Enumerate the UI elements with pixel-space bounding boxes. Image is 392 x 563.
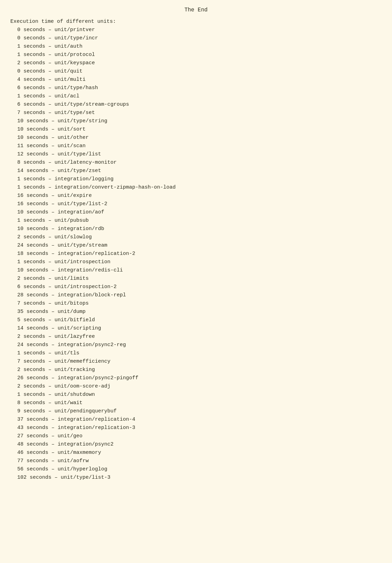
list-item: 10 seconds – unit/other bbox=[17, 134, 382, 142]
list-item: 16 seconds – unit/type/list-2 bbox=[17, 200, 382, 208]
list-item: 9 seconds – unit/pendingquerybuf bbox=[17, 407, 382, 416]
list-item: 14 seconds – unit/type/zset bbox=[17, 167, 382, 175]
list-item: 11 seconds – unit/scan bbox=[17, 142, 382, 150]
list-item: 26 seconds – integration/psync2-pingoff bbox=[17, 374, 382, 382]
list-item: 46 seconds – unit/maxmemory bbox=[17, 449, 382, 457]
list-item: 1 seconds – integration/logging bbox=[17, 175, 382, 183]
list-item: 12 seconds – unit/type/list bbox=[17, 150, 382, 159]
list-item: 0 seconds – unit/quit bbox=[17, 67, 382, 76]
list-item: 37 seconds – integration/replication-4 bbox=[17, 416, 382, 424]
list-item: 48 seconds – integration/psync2 bbox=[17, 440, 382, 449]
list-item: 7 seconds – unit/bitops bbox=[17, 299, 382, 308]
list-item: 77 seconds – unit/aofrw bbox=[17, 457, 382, 465]
list-item: 2 seconds – unit/keyspace bbox=[17, 59, 382, 67]
list-item: 7 seconds – unit/type/set bbox=[17, 109, 382, 117]
list-item: 1 seconds – unit/pubsub bbox=[17, 217, 382, 225]
list-item: 2 seconds – unit/tracking bbox=[17, 366, 382, 374]
list-item: 6 seconds – unit/type/hash bbox=[17, 84, 382, 92]
list-item: 16 seconds – unit/expire bbox=[17, 192, 382, 200]
list-item: 5 seconds – unit/bitfield bbox=[17, 316, 382, 324]
list-item: 14 seconds – unit/scripting bbox=[17, 324, 382, 333]
list-item: 43 seconds – integration/replication-3 bbox=[17, 424, 382, 432]
list-item: 18 seconds – integration/replication-2 bbox=[17, 250, 382, 258]
page-title: The End bbox=[10, 7, 382, 13]
list-item: 10 seconds – integration/redis-cli bbox=[17, 266, 382, 275]
list-item: 6 seconds – unit/type/stream-cgroups bbox=[17, 101, 382, 109]
list-item: 6 seconds – unit/introspection-2 bbox=[17, 283, 382, 291]
list-item: 2 seconds – unit/limits bbox=[17, 275, 382, 283]
list-item: 10 seconds – integration/aof bbox=[17, 208, 382, 217]
list-item: 4 seconds – unit/multi bbox=[17, 76, 382, 84]
list-item: 24 seconds – unit/type/stream bbox=[17, 241, 382, 250]
list-item: 2 seconds – unit/slowlog bbox=[17, 233, 382, 241]
list-item: 1 seconds – unit/auth bbox=[17, 42, 382, 51]
list-item: 35 seconds – unit/dump bbox=[17, 308, 382, 316]
list-item: 10 seconds – unit/sort bbox=[17, 125, 382, 134]
list-item: 0 seconds – unit/printver bbox=[17, 26, 382, 34]
list-item: 2 seconds – unit/lazyfree bbox=[17, 333, 382, 341]
unit-list: 0 seconds – unit/printver0 seconds – uni… bbox=[10, 26, 382, 482]
list-item: 1 seconds – unit/protocol bbox=[17, 51, 382, 59]
list-item: 1 seconds – unit/tls bbox=[17, 349, 382, 357]
list-item: 7 seconds – unit/memefficiency bbox=[17, 357, 382, 366]
list-item: 8 seconds – unit/latency-monitor bbox=[17, 159, 382, 167]
list-item: 10 seconds – unit/type/string bbox=[17, 117, 382, 125]
execution-header: Execution time of different units: bbox=[10, 19, 382, 25]
list-item: 10 seconds – integration/rdb bbox=[17, 225, 382, 233]
list-item: 1 seconds – integration/convert-zipmap-h… bbox=[17, 183, 382, 192]
list-item: 1 seconds – unit/shutdown bbox=[17, 391, 382, 399]
list-item: 1 seconds – unit/introspection bbox=[17, 258, 382, 266]
list-item: 28 seconds – integration/block-repl bbox=[17, 291, 382, 299]
list-item: 56 seconds – unit/hyperloglog bbox=[17, 465, 382, 474]
list-item: 27 seconds – unit/geo bbox=[17, 432, 382, 440]
list-item: 2 seconds – unit/oom-score-adj bbox=[17, 382, 382, 391]
list-item: 8 seconds – unit/wait bbox=[17, 399, 382, 407]
list-item: 1 seconds – unit/acl bbox=[17, 92, 382, 101]
list-item: 0 seconds – unit/type/incr bbox=[17, 34, 382, 42]
list-item: 24 seconds – integration/psync2-reg bbox=[17, 341, 382, 349]
list-item: 102 seconds – unit/type/list-3 bbox=[17, 474, 382, 482]
